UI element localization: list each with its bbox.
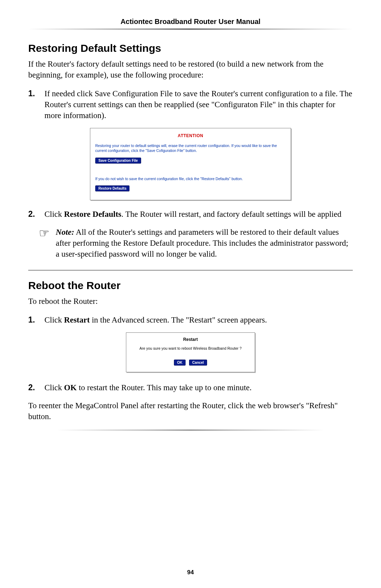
restart-panel: Restart Are you sure you want to reboot … (126, 332, 255, 372)
text-prefix: Click (44, 316, 64, 324)
page: Actiontec Broadband Router User Manual R… (0, 0, 381, 588)
step-1: 1. Click Restart in the Advanced screen.… (28, 314, 353, 325)
step-number: 2. (28, 382, 44, 393)
step-number: 1. (28, 88, 44, 121)
pointing-hand-icon: ☞ (39, 227, 56, 259)
note-text: Note: All of the Router's settings and p… (56, 227, 353, 259)
steps-reboot: 1. Click Restart in the Advanced screen.… (28, 314, 353, 325)
page-number: 94 (0, 569, 381, 576)
text-bold: OK (64, 383, 77, 392)
restart-button-row: OK Cancel (131, 360, 250, 366)
intro-paragraph: If the Router's factory default settings… (28, 59, 353, 80)
attention-title: ATTENTION (95, 133, 286, 138)
text-suffix: in the Advanced screen. The "Restart" sc… (90, 316, 267, 324)
text-prefix: Click (44, 383, 64, 392)
running-head: Actiontec Broadband Router User Manual (28, 18, 353, 26)
attention-message-2: If you do not wish to save the current c… (95, 176, 286, 181)
step-2: 2. Click Restore Defaults. The Router wi… (28, 209, 353, 220)
cancel-button[interactable]: Cancel (189, 360, 207, 366)
text-bold: Restart (64, 316, 90, 324)
step-number: 1. (28, 314, 44, 325)
save-configuration-file-button[interactable]: Save Configuration File (95, 158, 141, 164)
attention-panel: ATTENTION Restoring your router to defau… (90, 128, 291, 200)
step-number: 2. (28, 209, 44, 220)
heading-restoring-defaults: Restoring Default Settings (28, 42, 353, 54)
step-text: Click OK to restart the Router. This may… (44, 382, 353, 393)
note-label: Note: (56, 228, 74, 237)
reboot-intro: To reboot the Router: (28, 296, 353, 307)
text-bold: Restore Defaults (64, 210, 121, 219)
steps-reboot-2: 2. Click OK to restart the Router. This … (28, 382, 353, 393)
restart-message: Are you sure you want to reboot Wireless… (131, 346, 250, 350)
ok-button[interactable]: OK (174, 360, 186, 366)
text-suffix: . The Router will restart, and factory d… (121, 210, 341, 219)
restore-defaults-button[interactable]: Restore Defaults (95, 185, 129, 191)
steps-restoring-2: 2. Click Restore Defaults. The Router wi… (28, 209, 353, 220)
note-block: ☞ Note: All of the Router's settings and… (39, 227, 353, 259)
header-rule (28, 29, 353, 30)
text-prefix: Click (44, 210, 64, 219)
step-text: Click Restart in the Advanced screen. Th… (44, 314, 353, 325)
step-1: 1. If needed click Save Configuration Fi… (28, 88, 353, 121)
step-text: If needed click Save Configuration File … (44, 88, 353, 121)
footer-rule (56, 430, 325, 430)
step-2: 2. Click OK to restart the Router. This … (28, 382, 353, 393)
steps-restoring: 1. If needed click Save Configuration Fi… (28, 88, 353, 121)
section-divider (28, 270, 353, 270)
restart-title: Restart (131, 337, 250, 342)
reboot-outro: To reenter the MegaControl Panel after r… (28, 400, 353, 422)
step-text: Click Restore Defaults. The Router will … (44, 209, 353, 220)
note-body: All of the Router's settings and paramet… (56, 228, 348, 258)
attention-message-1: Restoring your router to default setting… (95, 143, 286, 153)
text-suffix: to restart the Router. This may take up … (77, 383, 252, 392)
heading-reboot-router: Reboot the Router (28, 280, 353, 292)
